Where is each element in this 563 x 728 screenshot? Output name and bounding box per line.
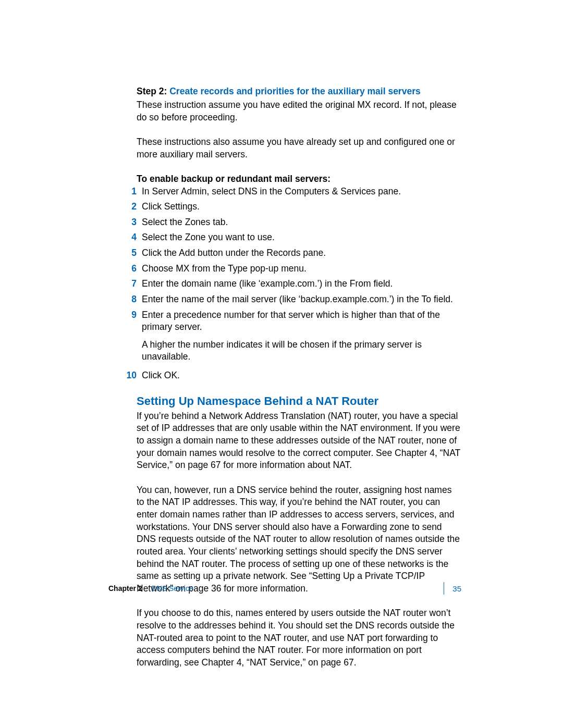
page-footer: Chapter 2 DNS Service 35 bbox=[108, 582, 461, 595]
list-number: 2 bbox=[122, 201, 142, 213]
list-text: Enter a precedence number for that serve… bbox=[142, 309, 461, 367]
list-number: 4 bbox=[122, 231, 142, 244]
list-number: 9 bbox=[122, 309, 142, 367]
list-text: Enter the name of the mail server (like … bbox=[142, 293, 461, 306]
list-number: 6 bbox=[122, 263, 142, 275]
section-title: Setting Up Namespace Behind a NAT Router bbox=[137, 394, 461, 408]
section-paragraph-2: You can, however, run a DNS service behi… bbox=[137, 484, 461, 595]
footer-chapter: Chapter 2 bbox=[108, 584, 142, 593]
list-item: 5 Click the Add button under the Records… bbox=[137, 247, 461, 260]
list-item: 9 Enter a precedence number for that ser… bbox=[137, 309, 461, 367]
footer-divider bbox=[444, 582, 444, 595]
document-page: Step 2: Create records and priorities fo… bbox=[0, 0, 563, 728]
step-title: Create records and priorities for the au… bbox=[169, 86, 420, 96]
list-item: 4 Select the Zone you want to use. bbox=[137, 231, 461, 244]
list-text: Enter the domain name (like ‘example.com… bbox=[142, 278, 461, 290]
list-number: 3 bbox=[122, 216, 142, 229]
list-item: 3 Select the Zones tab. bbox=[137, 216, 461, 229]
intro-paragraph-2: These instructions also assume you have … bbox=[137, 136, 461, 161]
step-label: Step 2: bbox=[137, 86, 167, 96]
section-paragraph-3: If you choose to do this, names entered … bbox=[137, 607, 461, 669]
procedure-heading: To enable backup or redundant mail serve… bbox=[137, 174, 461, 184]
list-number: 7 bbox=[122, 278, 142, 290]
list-item: 6 Choose MX from the Type pop-up menu. bbox=[137, 263, 461, 275]
step9-note: A higher the number indicates it will be… bbox=[142, 339, 461, 363]
list-text: Select the Zone you want to use. bbox=[142, 231, 461, 244]
footer-left: Chapter 2 DNS Service bbox=[108, 584, 193, 593]
list-item: 7 Enter the domain name (like ‘example.c… bbox=[137, 278, 461, 290]
list-text: In Server Admin, select DNS in the Compu… bbox=[142, 186, 461, 198]
list-item: 2 Click Settings. bbox=[137, 201, 461, 213]
step9-text: Enter a precedence number for that serve… bbox=[142, 310, 440, 332]
footer-service: DNS Service bbox=[152, 584, 193, 593]
section-paragraph-1: If you’re behind a Network Address Trans… bbox=[137, 410, 461, 472]
list-text: Select the Zones tab. bbox=[142, 216, 461, 229]
list-item: 1 In Server Admin, select DNS in the Com… bbox=[137, 186, 461, 198]
list-number: 8 bbox=[122, 293, 142, 306]
step-heading: Step 2: Create records and priorities fo… bbox=[137, 86, 461, 97]
list-number: 1 bbox=[122, 186, 142, 198]
list-text: Click the Add button under the Records p… bbox=[142, 247, 461, 260]
list-text: Choose MX from the Type pop-up menu. bbox=[142, 263, 461, 275]
list-item: 8 Enter the name of the mail server (lik… bbox=[137, 293, 461, 306]
list-number: 10 bbox=[122, 369, 142, 382]
list-number: 5 bbox=[122, 247, 142, 260]
list-text: Click OK. bbox=[142, 369, 461, 382]
list-text: Click Settings. bbox=[142, 201, 461, 213]
list-item: 10 Click OK. bbox=[137, 369, 461, 382]
intro-paragraph-1: These instruction assume you have edited… bbox=[137, 99, 461, 124]
page-number: 35 bbox=[452, 584, 461, 593]
procedure-list: 1 In Server Admin, select DNS in the Com… bbox=[137, 186, 461, 382]
